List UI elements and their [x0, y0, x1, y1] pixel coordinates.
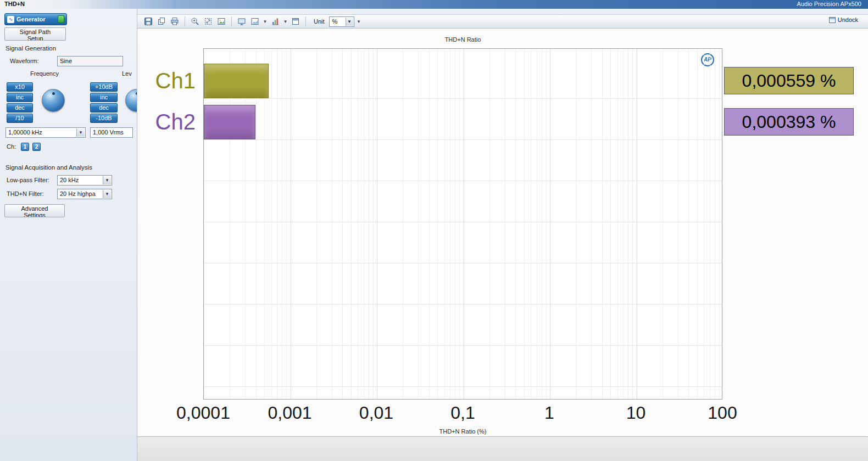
chevron-down-icon[interactable]: ▼ — [346, 18, 353, 26]
bottom-status-strip — [137, 436, 868, 461]
frequency-div10-button[interactable]: /10 — [7, 114, 33, 123]
lowpass-filter-combo[interactable]: 20 kHz ▼ — [57, 175, 112, 185]
x-axis-tick-label: 0,0001 — [176, 403, 230, 423]
gridline-minor — [342, 49, 343, 399]
frequency-value-combo[interactable]: 1,00000 kHz ▼ — [5, 127, 86, 138]
chevron-down-icon[interactable]: ▼ — [263, 19, 268, 24]
panels-icon[interactable] — [236, 16, 247, 27]
generator-button[interactable]: ∿ Generator — [4, 13, 67, 25]
image-export-icon[interactable] — [249, 16, 260, 27]
zoom-icon[interactable] — [190, 16, 201, 27]
save-icon[interactable] — [143, 16, 154, 27]
gridline-minor — [455, 49, 455, 399]
gridline-minor — [444, 49, 445, 399]
chevron-down-icon[interactable]: ▼ — [103, 190, 111, 198]
signal-path-setup-button[interactable]: Signal Path Setup — [4, 27, 66, 41]
level-inc-button[interactable]: inc — [90, 93, 118, 102]
chevron-down-icon[interactable]: ▼ — [357, 19, 361, 24]
gridline-minor — [373, 49, 374, 399]
chevron-down-icon[interactable]: ▼ — [76, 128, 85, 137]
gridline-minor — [542, 49, 542, 399]
gridline-minor — [537, 49, 537, 399]
gridline-minor — [450, 49, 450, 399]
title-bar: THD+N Audio Precision APx500 — [0, 0, 868, 9]
gridline-horizontal — [204, 386, 722, 387]
channel-1-button[interactable]: 1 — [21, 143, 29, 151]
gridline-minor — [710, 49, 710, 399]
graph-settings-icon[interactable] — [270, 16, 281, 27]
advanced-settings-button[interactable]: Advanced Settings — [4, 204, 65, 217]
chevron-down-icon[interactable]: ▼ — [103, 176, 111, 184]
gridline-minor — [429, 49, 430, 399]
gridline-horizontal — [204, 222, 722, 222]
frequency-dec-button[interactable]: dec — [7, 103, 33, 113]
gridline-minor — [316, 49, 317, 399]
frequency-x10-button[interactable]: x10 — [7, 82, 33, 92]
gridline-minor — [489, 49, 490, 399]
result-panel: ▼ ▼ Unit % ▼ ▼ Undock THD+N Ratio AP — [137, 9, 868, 461]
frequency-knob[interactable] — [42, 89, 65, 112]
chevron-down-icon[interactable]: ▼ — [283, 19, 288, 24]
gridline-minor — [610, 49, 611, 399]
export-graph-picture-icon[interactable] — [216, 16, 227, 27]
generator-icon: ∿ — [7, 16, 14, 23]
level-plus10db-button[interactable]: +10dB — [90, 82, 118, 92]
thdn-filter-label: THD+N Filter: — [7, 190, 44, 197]
gridline-minor — [623, 49, 624, 399]
bar-graph-plot-area[interactable]: AP — [203, 48, 722, 400]
copy-icon[interactable] — [156, 16, 167, 27]
chart-region: THD+N Ratio AP THD+N Ratio (%) Ch10,0005… — [137, 29, 868, 436]
lowpass-filter-label: Low-pass Filter: — [7, 177, 49, 183]
gridline-minor — [663, 49, 663, 399]
gridline-minor — [704, 49, 704, 399]
graph-toolbar: ▼ ▼ Unit % ▼ ▼ — [137, 14, 868, 29]
waveform-select[interactable]: Sine — [57, 56, 123, 66]
level-minus10db-button[interactable]: -10dB — [90, 114, 118, 123]
level-dec-button[interactable]: dec — [90, 103, 118, 113]
window-title: THD+N — [4, 1, 25, 7]
frequency-inc-button[interactable]: inc — [7, 93, 33, 102]
unit-combo[interactable]: % ▼ — [329, 16, 354, 27]
gridline-minor — [256, 49, 257, 399]
undock-button[interactable]: Undock — [829, 16, 858, 23]
brand-label: Audio Precision APx500 — [797, 1, 861, 7]
level-value-field[interactable]: 1,000 Vrms — [90, 127, 133, 138]
gridline-minor — [418, 49, 419, 399]
chart-title: THD+N Ratio — [203, 36, 722, 43]
settings-sidebar: ∿ Generator Signal Path Setup Signal Gen… — [0, 9, 137, 461]
gridline-minor — [617, 49, 618, 399]
gridline-horizontal — [204, 139, 722, 140]
bar-ch1 — [204, 64, 269, 98]
gridline-minor — [591, 49, 592, 399]
gridline-major — [637, 49, 637, 399]
channel-2-button[interactable]: 2 — [32, 143, 41, 151]
gridline-minor — [678, 49, 678, 399]
gridline-minor — [505, 49, 505, 399]
gridline-minor — [688, 49, 689, 399]
x-axis-tick-label: 10 — [626, 403, 646, 423]
frequency-label: Frequency — [30, 70, 59, 77]
gridline-minor — [403, 49, 403, 399]
gridline-minor — [245, 49, 246, 399]
fit-to-data-icon[interactable] — [203, 16, 214, 27]
gridline-minor — [531, 49, 531, 399]
gridline-minor — [524, 49, 525, 399]
gridline-horizontal — [204, 345, 722, 346]
readout-ch1: 0,000559 % — [724, 67, 854, 94]
gridline-minor — [286, 49, 287, 399]
gridline-minor — [546, 49, 547, 399]
gridline-horizontal — [204, 98, 722, 99]
x-axis-tick-label: 0,001 — [268, 403, 311, 423]
level-knob[interactable] — [125, 89, 137, 112]
print-icon[interactable] — [169, 16, 180, 27]
toolbar-separator — [305, 16, 306, 26]
gridline-minor — [332, 49, 332, 399]
gridline-minor — [364, 49, 364, 399]
gridline-minor — [437, 49, 438, 399]
new-window-icon[interactable] — [290, 16, 301, 27]
gridline-minor — [230, 49, 230, 399]
thdn-filter-combo[interactable]: 20 Hz highpa ▼ — [57, 189, 112, 199]
x-axis-tick-label: 0,1 — [450, 403, 475, 423]
generator-button-label: Generator — [16, 16, 55, 23]
gridline-horizontal — [204, 304, 722, 305]
